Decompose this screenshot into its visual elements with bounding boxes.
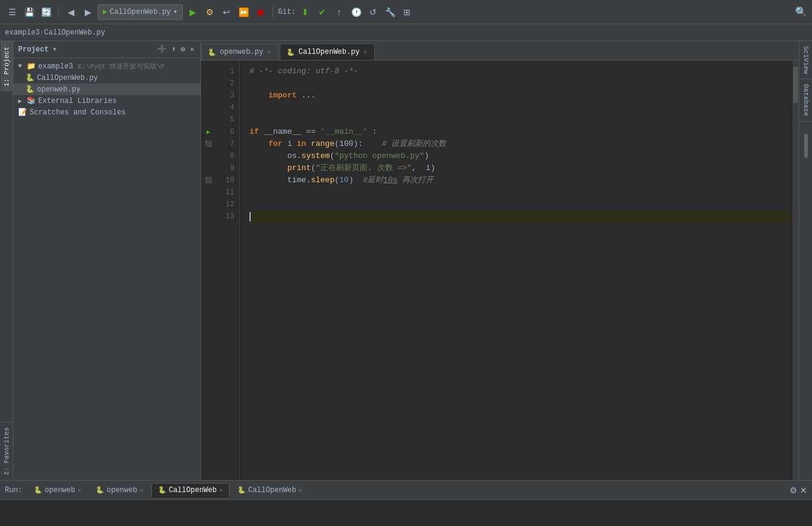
- git-commit-button[interactable]: ✔: [315, 5, 329, 19]
- bottom-tab-openweb-1[interactable]: 🐍 openweb ✕: [27, 483, 88, 498]
- gutter-debug-7: ⬛: [201, 138, 216, 150]
- line-num-2: 2: [216, 77, 234, 90]
- close-panel-icon[interactable]: ✕: [189, 44, 196, 55]
- code-plain-10a: time.: [287, 174, 311, 186]
- run-icon: ▶: [103, 7, 107, 16]
- sidebar-tab-favorites[interactable]: 2: Favorites: [1, 422, 13, 480]
- gutter-run-6[interactable]: ▶: [201, 126, 216, 138]
- git-push-button[interactable]: ↑: [332, 5, 346, 19]
- back-button[interactable]: ◀: [64, 5, 78, 19]
- sync-button[interactable]: 🔄: [39, 5, 53, 19]
- tab-callopenweb[interactable]: 🐍 CallOpenWeb.py ✕: [280, 44, 375, 60]
- forward-button[interactable]: ▶: [81, 5, 95, 19]
- bottom-tab-openweb-2[interactable]: 🐍 openweb ✕: [89, 483, 150, 498]
- menu-file-button[interactable]: ☰: [5, 5, 19, 19]
- code-plain-7c: (100):: [334, 138, 381, 150]
- code-line-11: [249, 186, 793, 199]
- code-keyword-import: import: [268, 90, 297, 102]
- line-num-10: 10: [216, 174, 234, 186]
- code-indent-3: [249, 90, 268, 102]
- stop-button[interactable]: ⏹: [253, 5, 268, 19]
- save-button[interactable]: 💾: [22, 5, 36, 19]
- minimap-scrollbar[interactable]: [793, 61, 799, 480]
- right-tab-database[interactable]: Database: [800, 79, 812, 122]
- editor-scrollbar[interactable]: [803, 122, 809, 480]
- code-plain-8b: (: [330, 150, 335, 162]
- line-num-6: 6: [216, 126, 234, 138]
- code-line-3: import ...: [249, 90, 793, 102]
- code-plain-10b: (: [334, 174, 339, 186]
- bottom-tab-callopenweb-1[interactable]: 🐍 CallOpenWeb ✕: [151, 483, 229, 498]
- tab-close-callopenweb[interactable]: ✕: [363, 48, 367, 56]
- project-tree: ▼ 📁 example3 E:\PyQt 快速开发与实战\P 🐍 CallOpe…: [13, 58, 200, 480]
- tab-close-run-4[interactable]: ✕: [299, 487, 302, 494]
- settings-gear-icon[interactable]: ⚙: [180, 44, 186, 55]
- tree-item-root[interactable]: ▼ 📁 example3 E:\PyQt 快速开发与实战\P: [13, 61, 200, 72]
- rebuild-button[interactable]: ↩: [219, 5, 234, 19]
- code-comment-7: # 设置刷新的次数: [381, 138, 446, 150]
- breadcrumb-project[interactable]: example3: [5, 28, 40, 37]
- dropdown-arrow-icon: ▾: [173, 7, 177, 16]
- code-plain-10c: ): [349, 174, 363, 186]
- collapse-icon[interactable]: ⬆: [170, 44, 177, 55]
- tab-close-run-1[interactable]: ✕: [78, 487, 81, 494]
- code-line-13[interactable]: [249, 211, 793, 223]
- code-for: for: [268, 138, 282, 150]
- git-history-button[interactable]: 🕐: [349, 5, 363, 19]
- run-output-area[interactable]: [0, 500, 812, 526]
- bottom-close-button[interactable]: ✕: [800, 485, 807, 495]
- separator-1: [58, 6, 59, 18]
- project-dropdown-icon[interactable]: ▾: [52, 45, 56, 54]
- tree-icon-folder: 📁: [27, 62, 36, 71]
- code-plain-7b: [306, 138, 311, 150]
- project-header-icons: ➕ ⬆ ⚙ ✕: [156, 44, 196, 55]
- bottom-settings-button[interactable]: ⚙: [790, 485, 797, 495]
- project-title[interactable]: Project: [18, 45, 48, 54]
- bottom-panel: Run: 🐍 openweb ✕ 🐍 openweb ✕ 🐍 CallOpenW…: [0, 480, 812, 526]
- build-button[interactable]: ⚙: [202, 5, 217, 19]
- code-plain-3: ...: [297, 90, 315, 102]
- search-icon[interactable]: 🔍: [795, 6, 807, 18]
- bottom-run-tabs: Run: 🐍 openweb ✕ 🐍 openweb ✕ 🐍 CallOpenW…: [0, 481, 812, 500]
- run-config-dropdown[interactable]: ▶ CallOpenWeb.py ▾: [97, 4, 183, 20]
- tree-icon-ext: 📚: [27, 96, 36, 105]
- settings-button[interactable]: 🔧: [383, 5, 397, 19]
- tree-item-callopenweb[interactable]: 🐍 CallOpenWeb.py: [13, 72, 200, 84]
- code-line-2: [249, 77, 793, 90]
- sidebar-tab-project[interactable]: 1: Project: [1, 41, 13, 91]
- main-layout: 1: Project 2: Favorites Project ▾ ➕ ⬆ ⚙ …: [0, 41, 812, 480]
- code-line-7: for i in range (100): # 设置刷新的次数: [249, 138, 793, 150]
- bottom-tab-callopenweb-2[interactable]: 🐍 CallOpenWeb ✕: [231, 483, 309, 498]
- code-indent-9: [249, 162, 287, 174]
- terminal-button[interactable]: ⊞: [400, 5, 414, 19]
- git-fetch-button[interactable]: ⬇: [298, 5, 312, 19]
- gutter-8: [201, 150, 216, 162]
- code-plain-6a: __name__ ==: [259, 126, 320, 138]
- tree-item-openweb[interactable]: 🐍 openweb.py: [13, 84, 200, 95]
- code-editor[interactable]: ▶ ⬛ ⬛ 1 2 3 4 5 6 7 8 9 10 11: [201, 61, 799, 480]
- code-indent-7: [249, 138, 268, 150]
- run-button[interactable]: ▶: [185, 5, 200, 19]
- tab-close-run-3[interactable]: ✕: [219, 487, 223, 494]
- breadcrumb-file[interactable]: CallOpenWeb.py: [44, 28, 105, 37]
- tab-close-openweb[interactable]: ✕: [267, 48, 271, 56]
- tab-close-run-2[interactable]: ✕: [140, 487, 144, 494]
- code-content[interactable]: # -*- coding: utf-8 -*- import ... if: [240, 61, 793, 480]
- code-line-10: time. sleep ( 10 ) #延时10s 再次打开: [249, 174, 793, 186]
- code-line-6: if __name__ == '__main__' :: [249, 126, 793, 138]
- editor-area: 🐍 openweb.py ✕ 🐍 CallOpenWeb.py ✕ ▶ ⬛: [201, 41, 799, 480]
- tree-item-ext-libs[interactable]: ▶ 📚 External Libraries: [13, 95, 200, 107]
- git-revert-button[interactable]: ↺: [366, 5, 380, 19]
- git-label: Git:: [278, 8, 295, 16]
- tree-icon-py1: 🐍: [25, 73, 35, 82]
- tree-path-root: E:\PyQt 快速开发与实战\P: [78, 62, 165, 71]
- tab-label-openweb: openweb.py: [220, 48, 263, 56]
- right-tab-sciview[interactable]: SciView: [800, 41, 812, 79]
- tab-openweb[interactable]: 🐍 openweb.py ✕: [201, 44, 279, 60]
- run-with-coverage-button[interactable]: ⏩: [236, 5, 251, 19]
- tree-arrow-ext: ▶: [18, 97, 24, 105]
- tree-item-scratches[interactable]: 📝 Scratches and Consoles: [13, 107, 200, 118]
- add-file-icon[interactable]: ➕: [156, 44, 168, 55]
- code-system: system: [302, 150, 330, 162]
- code-comment-10: #延时10s 再次打开: [363, 174, 434, 186]
